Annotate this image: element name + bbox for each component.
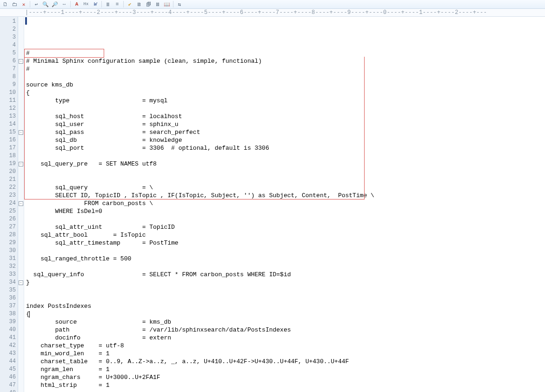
fold-cell [18, 263, 24, 271]
find-fast-icon[interactable]: 🔎 [52, 1, 58, 7]
code-line[interactable]: type = mysql [26, 97, 545, 105]
fold-cell [18, 231, 24, 239]
fold-cell [18, 326, 24, 334]
find-icon[interactable]: 🔍 [42, 1, 49, 7]
text-cursor [29, 311, 30, 318]
line-number: 41 [0, 334, 18, 342]
line-number: 27 [0, 223, 18, 231]
code-line[interactable]: # [26, 49, 545, 57]
font-a-icon[interactable]: A [73, 1, 80, 7]
fold-cell [18, 302, 24, 310]
list-indent-icon[interactable]: ≣ [105, 1, 111, 7]
code-line[interactable]: ngram_chars = U+3000..U+2FA1F [26, 373, 545, 381]
code-line[interactable]: FROM carbon_posts \ [26, 199, 545, 207]
fold-cell [18, 26, 24, 33]
code-line[interactable] [26, 389, 545, 392]
code-line[interactable] [26, 152, 545, 160]
code-line[interactable]: min_word_len = 1 [26, 350, 545, 358]
code-line[interactable]: index PostsIndexes [26, 302, 545, 310]
code-line[interactable]: } [26, 279, 545, 286]
code-line[interactable] [26, 215, 545, 223]
code-line[interactable]: sql_attr_bool = IsTopic [26, 231, 545, 239]
line-number: 47 [0, 381, 18, 389]
fold-cell [18, 168, 24, 176]
code-line[interactable]: source = kms_db [26, 318, 545, 326]
code-line[interactable]: sql_db = knowledge [26, 136, 545, 144]
code-line[interactable]: source kms_db [26, 81, 545, 89]
fold-collapse-icon[interactable]: − [19, 130, 23, 135]
code-line[interactable]: sql_attr_timestamp = PostTime [26, 239, 545, 247]
fold-cell[interactable]: − [18, 128, 24, 136]
code-line[interactable]: ngram_len = 1 [26, 365, 545, 373]
doc-alt-icon[interactable]: 🗐 [145, 1, 152, 7]
list-number-icon[interactable]: ≡ [114, 1, 120, 7]
line-number: 23 [0, 192, 18, 199]
editor[interactable]: 1234567891011121314151617181920212223242… [0, 17, 545, 392]
fold-collapse-icon[interactable]: − [19, 162, 23, 166]
code-line[interactable]: sql_port = 3306 # optional, default is 3… [26, 144, 545, 152]
fold-collapse-icon[interactable]: − [19, 280, 23, 285]
line-number: 30 [0, 247, 18, 255]
doc-text-icon[interactable]: 🗏 [154, 1, 161, 7]
code-line[interactable]: path = /var/lib/sphinxsearch/data/PostsI… [26, 326, 545, 334]
fold-cell [18, 97, 24, 105]
close-icon[interactable]: ✕ [20, 1, 27, 7]
replace-icon[interactable]: ↔ [61, 1, 67, 7]
code-line[interactable]: html_strip = 1 [26, 381, 545, 389]
fold-cell [18, 207, 24, 215]
line-number: 28 [0, 231, 18, 239]
new-file-icon[interactable]: 🗋 [2, 1, 8, 7]
code-line[interactable]: sql_query_info = SELECT * FROM carbon_po… [26, 271, 545, 279]
fold-cell [18, 350, 24, 358]
code-line[interactable]: # Minimal Sphinx configuration sample (c… [26, 57, 545, 65]
fold-cell [18, 373, 24, 381]
fold-cell[interactable]: − [18, 199, 24, 207]
book-icon[interactable]: 📖 [164, 1, 170, 7]
code-line[interactable]: SELECT ID, TopicID , IsTopic , IF(IsTopi… [26, 192, 545, 199]
doc-icon[interactable]: 🗎 [136, 1, 142, 7]
fold-collapse-icon[interactable]: − [19, 201, 23, 206]
word-wrap-icon[interactable]: W [92, 1, 99, 7]
font-hx-icon[interactable]: Hx [83, 1, 89, 7]
fold-cell[interactable]: − [18, 160, 24, 168]
code-line[interactable]: { [26, 310, 545, 318]
code-line[interactable] [26, 263, 545, 271]
fold-cell [18, 358, 24, 365]
fold-cell[interactable]: −▶ [18, 279, 24, 286]
code-line[interactable]: sql_host = localhost [26, 113, 545, 120]
code-line[interactable]: charset_type = utf-8 [26, 342, 545, 350]
check-icon[interactable]: ✔ [126, 1, 133, 7]
code-line[interactable]: docinfo = extern [26, 334, 545, 342]
line-number: 21 [0, 176, 18, 184]
code-line[interactable]: sql_query = \ [26, 184, 545, 192]
code-line[interactable]: sql_attr_uint = TopicID [26, 223, 545, 231]
open-file-icon[interactable]: 🗀 [11, 1, 18, 7]
toolbar: 🗋🗀✕↩🔍🔎↔AHxW≣≡✔🗎🗐🗏📖⇆ [0, 0, 545, 9]
code-line[interactable] [26, 168, 545, 176]
code-line[interactable]: # [26, 65, 545, 73]
fold-cell [18, 318, 24, 326]
fold-cell[interactable]: − [18, 57, 24, 65]
code-line[interactable]: sql_user = sphinx_u [26, 120, 545, 128]
line-number: 7 [0, 65, 18, 73]
sync-icon[interactable]: ⇆ [176, 1, 183, 7]
code-line[interactable] [26, 105, 545, 113]
line-number: 14 [0, 120, 18, 128]
code-line[interactable]: WHERE IsDel=0 [26, 207, 545, 215]
code-line[interactable] [26, 286, 545, 294]
code-line[interactable] [26, 176, 545, 184]
code-line[interactable]: sql_pass = search_perfect [26, 128, 545, 136]
line-number: 31 [0, 255, 18, 263]
code-line[interactable]: sql_ranged_throttle = 500 [26, 255, 545, 263]
nav-back-icon[interactable]: ↩ [33, 1, 40, 7]
code-line[interactable]: charset_table = 0..9, A..Z->a..z, _, a..… [26, 358, 545, 365]
fold-collapse-icon[interactable]: − [19, 59, 23, 64]
code-line[interactable] [26, 247, 545, 255]
code-line[interactable]: { [26, 89, 545, 97]
code-line[interactable] [26, 73, 545, 81]
code-line[interactable]: sql_query_pre = SET NAMES utf8 [26, 160, 545, 168]
fold-cell [18, 255, 24, 263]
line-number: 39 [0, 318, 18, 326]
code-area[interactable]: ## Minimal Sphinx configuration sample (… [24, 17, 545, 392]
code-line[interactable] [26, 294, 545, 302]
